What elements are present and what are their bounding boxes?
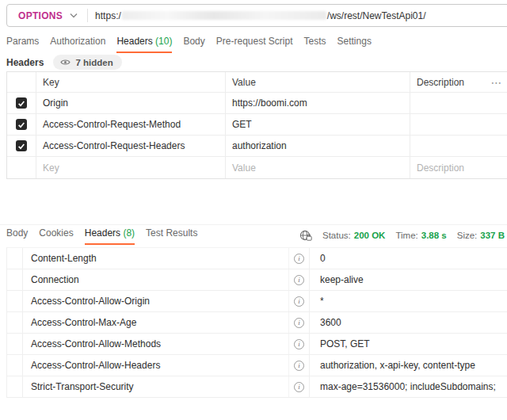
info-icon[interactable]: i <box>294 339 304 349</box>
value-input-placeholder[interactable]: Value <box>225 157 410 178</box>
response-header-key: Access-Control-Allow-Methods <box>23 334 289 354</box>
description-input-placeholder[interactable]: Description <box>410 157 486 178</box>
url-redacted-segment <box>122 11 326 20</box>
status-label: Status: <box>322 231 351 240</box>
header-key-cell[interactable]: Access-Control-Request-Method <box>36 114 225 135</box>
size-label: Size: <box>457 231 478 240</box>
hidden-headers-label: 7 hidden <box>75 58 112 67</box>
column-description: Description <box>410 72 486 92</box>
header-key-cell[interactable]: Origin <box>36 93 225 113</box>
table-header-row: Key Value Description ⋯ <box>7 72 507 93</box>
tab-headers[interactable]: Headers (10) <box>116 36 172 53</box>
headers-count-badge: (10) <box>155 36 172 47</box>
info-icon[interactable]: i <box>294 318 304 328</box>
info-icon[interactable]: i <box>294 275 304 285</box>
row-checkbox[interactable] <box>16 119 27 130</box>
key-input-placeholder[interactable]: Key <box>36 157 225 178</box>
more-options-icon[interactable]: ⋯ <box>486 72 507 92</box>
table-row: Connection i keep-alive <box>7 269 507 291</box>
table-empty-row: Key Value Description <box>7 157 507 178</box>
url-input[interactable]: https:/ /ws/rest/NewTestApi01/ <box>88 10 425 21</box>
response-header-key: Access-Control-Allow-Origin <box>23 291 289 311</box>
header-description-cell[interactable] <box>410 136 486 156</box>
response-header-key: Access-Control-Max-Age <box>23 312 289 333</box>
chevron-down-icon[interactable] <box>70 13 78 18</box>
time-label: Time: <box>395 231 417 240</box>
headers-section-title: Headers <box>6 57 44 68</box>
table-row: Access-Control-Allow-Origin i * <box>7 291 507 312</box>
response-status-bar: Status:200 OK Time:3.88 s Size:337 B <box>299 230 505 241</box>
table-row: Access-Control-Allow-Headers i authoriza… <box>7 355 507 376</box>
row-checkbox[interactable] <box>16 140 27 151</box>
time-value: 3.88 s <box>421 231 447 240</box>
response-header-value: 0 <box>310 253 507 264</box>
response-header-key: Strict-Transport-Security <box>23 376 289 397</box>
response-headers-table: Content-Length i 0 Connection i keep-ali… <box>6 247 507 398</box>
response-header-key: Access-Control-Allow-Headers <box>23 355 289 376</box>
table-row: Access-Control-Request-Method GET <box>7 114 507 136</box>
column-key: Key <box>36 72 225 92</box>
tab-body[interactable]: Body <box>183 36 204 53</box>
table-row: Strict-Transport-Security i max-age=3153… <box>7 376 507 398</box>
table-row: Origin https://boomi.com <box>7 93 507 114</box>
info-icon[interactable]: i <box>294 296 304 307</box>
header-key-cell[interactable]: Access-Control-Request-Headers <box>36 136 225 156</box>
response-header-key: Content-Length <box>23 248 289 269</box>
table-row: Access-Control-Request-Headers authoriza… <box>7 136 507 157</box>
info-icon[interactable]: i <box>294 382 304 392</box>
info-icon[interactable]: i <box>294 361 304 371</box>
response-header-value: 3600 <box>310 317 507 328</box>
tab-settings[interactable]: Settings <box>337 36 372 53</box>
response-tabs: Body Cookies Headers (8) Test Results <box>6 227 197 245</box>
header-description-cell[interactable] <box>410 93 486 113</box>
url-prefix: https:/ <box>95 10 121 21</box>
column-value: Value <box>225 72 410 92</box>
table-row: Access-Control-Allow-Methods i POST, GET <box>7 334 507 355</box>
header-value-cell[interactable]: authorization <box>225 136 410 156</box>
table-row: Content-Length i 0 <box>7 248 507 269</box>
header-value-cell[interactable]: GET <box>225 114 410 135</box>
headers-section-header: Headers 7 hidden <box>6 55 122 70</box>
globe-lock-icon[interactable] <box>299 230 312 241</box>
response-headers-count-badge: (8) <box>123 227 135 239</box>
tab-response-cookies[interactable]: Cookies <box>39 227 73 245</box>
hidden-headers-toggle[interactable]: 7 hidden <box>53 55 121 70</box>
response-header-value: * <box>310 296 507 307</box>
method-selector[interactable]: OPTIONS <box>7 10 63 21</box>
row-checkbox[interactable] <box>16 97 27 109</box>
size-value: 337 B <box>480 231 505 240</box>
eye-icon <box>60 59 71 66</box>
header-description-cell[interactable] <box>410 114 486 135</box>
tab-response-body[interactable]: Body <box>6 227 28 245</box>
response-header-value: max-age=31536000; includeSubdomains; <box>310 381 507 392</box>
response-header-value: authorization, x-api-key, content-type <box>310 360 507 371</box>
tab-pre-request-script[interactable]: Pre-request Script <box>216 36 293 53</box>
header-value-cell[interactable]: https://boomi.com <box>225 93 410 113</box>
table-row: Access-Control-Max-Age i 3600 <box>7 312 507 334</box>
request-tabs: Params Authorization Headers (10) Body P… <box>6 36 372 53</box>
status-value: 200 OK <box>354 231 386 240</box>
tab-params[interactable]: Params <box>6 36 39 53</box>
tab-response-headers[interactable]: Headers (8) <box>85 227 135 245</box>
response-divider <box>0 224 507 225</box>
url-suffix: /ws/rest/NewTestApi01/ <box>327 10 426 21</box>
request-headers-table: Key Value Description ⋯ Origin https://b… <box>6 71 507 179</box>
response-header-value: POST, GET <box>310 338 507 349</box>
response-header-key: Connection <box>23 269 289 290</box>
request-url-bar: OPTIONS https:/ /ws/rest/NewTestApi01/ <box>6 4 507 27</box>
info-icon[interactable]: i <box>294 254 304 264</box>
tab-authorization[interactable]: Authorization <box>50 36 105 53</box>
tab-tests[interactable]: Tests <box>304 36 326 53</box>
response-header-value: keep-alive <box>310 274 507 285</box>
tab-test-results[interactable]: Test Results <box>146 227 197 245</box>
